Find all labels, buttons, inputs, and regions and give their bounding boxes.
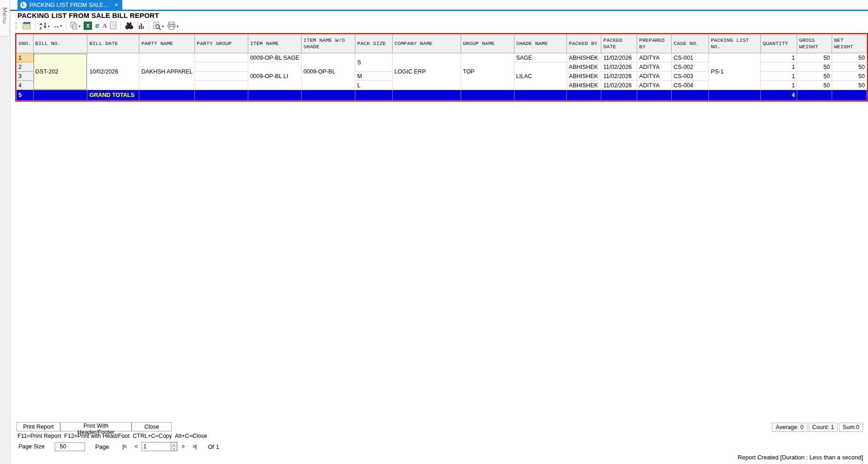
cell-case-no[interactable]: CS-004: [672, 81, 709, 90]
cell-quantity[interactable]: 1: [761, 72, 797, 81]
cell-case-no[interactable]: CS-001: [672, 53, 709, 62]
cell-packed-date[interactable]: 11/02/2026: [601, 81, 637, 90]
cell-net-weight[interactable]: 50: [832, 62, 867, 72]
cell-party-group[interactable]: [195, 81, 248, 90]
previous-page-icon[interactable]: <: [135, 443, 137, 450]
cell-bill-no[interactable]: GST-202: [33, 53, 87, 90]
column-header-packed-date[interactable]: PACKED DATE: [601, 34, 637, 53]
cell-net-weight[interactable]: 50: [832, 81, 867, 90]
cell-packed-date[interactable]: 11/02/2026: [601, 72, 637, 81]
spinner-up-icon[interactable]: ▴: [171, 442, 177, 447]
cell-prepared-by[interactable]: ADITYA: [637, 53, 672, 62]
row-header-4[interactable]: 4: [17, 81, 34, 90]
cell-packed-by[interactable]: ABHISHEK: [567, 62, 601, 72]
cell-shade-name[interactable]: LILAC: [514, 62, 567, 90]
cell-prepared-by[interactable]: ADITYA: [637, 72, 672, 81]
cell-party-group[interactable]: [195, 62, 248, 72]
column-header-quantity[interactable]: QUANTITY: [761, 34, 797, 53]
cell-case-no[interactable]: CS-002: [672, 62, 709, 72]
column-header-prepared-by[interactable]: PREPARED BY: [637, 34, 672, 53]
row-header-1[interactable]: 1: [17, 53, 34, 62]
spinner-down-icon[interactable]: ▾: [171, 447, 177, 451]
cell-quantity[interactable]: 1: [761, 81, 797, 90]
chart-icon[interactable]: [136, 21, 146, 31]
cell-group-name[interactable]: TOP: [461, 53, 514, 90]
column-header-item-name[interactable]: ITEM NAME: [248, 34, 301, 53]
cell-case-no[interactable]: CS-003: [672, 72, 709, 81]
cell-packed-date[interactable]: 11/02/2026: [601, 62, 637, 72]
cell-pack-size[interactable]: S: [355, 53, 393, 72]
cell-bill-date[interactable]: 10/02/2026: [87, 53, 139, 90]
cell-quantity[interactable]: 1: [761, 53, 797, 62]
cell-prepared-by[interactable]: ADITYA: [637, 62, 672, 72]
toolbar-grip[interactable]: [16, 22, 18, 29]
cell-net-weight[interactable]: 50: [832, 72, 867, 81]
print-icon[interactable]: ▾: [166, 21, 179, 31]
cell-packed-by[interactable]: ABHISHEK: [567, 53, 601, 62]
sort-icon[interactable]: AZ ▾: [38, 21, 51, 31]
export-pdf-icon[interactable]: A: [102, 21, 108, 30]
column-header-shade-name[interactable]: SHADE NAME: [514, 34, 567, 53]
grand-totals-label: GRAND TOTALS: [87, 90, 139, 101]
column-header-packed-by[interactable]: PACKED BY: [567, 34, 601, 53]
cell-item-name-wo-shade[interactable]: 0009-OP-BL: [302, 53, 355, 90]
tab-packing-list[interactable]: L PACKING LIST FROM SALE... ×: [17, 0, 122, 10]
form-view-icon[interactable]: [22, 21, 32, 31]
menu-panel-tab[interactable]: Menu: [0, 0, 10, 36]
column-header-case-no[interactable]: CASE NO.: [672, 34, 709, 53]
cell-gross-weight[interactable]: 50: [797, 81, 832, 90]
find-icon[interactable]: [124, 21, 135, 31]
copy-icon[interactable]: ▾: [69, 21, 81, 31]
cell-prepared-by[interactable]: ADITYA: [637, 81, 672, 90]
export-excel-icon[interactable]: X: [83, 21, 93, 31]
column-header-party-name[interactable]: PARTY NAME: [139, 34, 195, 53]
cell-gross-weight[interactable]: 50: [797, 53, 832, 62]
page-number-input[interactable]: [142, 442, 171, 451]
first-page-icon[interactable]: |<: [122, 443, 126, 450]
column-header-pack-size[interactable]: PACK SIZE: [355, 34, 393, 53]
cell-shade-name[interactable]: SAGE: [514, 53, 567, 62]
export-html-icon[interactable]: e: [94, 21, 100, 30]
last-page-icon[interactable]: >|: [193, 443, 196, 450]
cell-packing-list-no[interactable]: PS-1: [709, 53, 761, 90]
row-header-5[interactable]: 5: [17, 90, 34, 101]
cell-party-group[interactable]: [195, 53, 248, 62]
cell-packed-date[interactable]: 11/02/2026: [601, 53, 637, 62]
cell-item-name[interactable]: 0009-OP-BL LI: [248, 62, 301, 90]
column-header-net-weight[interactable]: NET WEIGHT: [832, 34, 867, 53]
column-width-icon[interactable]: ↔ ▾: [52, 21, 63, 30]
row-header-2[interactable]: 2: [17, 62, 34, 72]
column-header-gross-weight[interactable]: GROSS WEIGHT: [797, 34, 832, 53]
print-with-header-footer-button[interactable]: Print With Header/Footer: [60, 422, 131, 431]
column-header-item-name-wo-shade[interactable]: ITEM NAME W/O SHADE: [302, 34, 355, 53]
cell-company-name[interactable]: LOGIC ERP: [392, 53, 461, 90]
column-header-group-name[interactable]: GROUP NAME: [461, 34, 514, 53]
cell-quantity[interactable]: 1: [761, 62, 797, 72]
column-header-bill-date[interactable]: BILL DATE: [87, 34, 139, 53]
column-header-sno[interactable]: SNO.: [17, 34, 34, 53]
close-button[interactable]: Close: [131, 422, 172, 431]
print-preview-icon[interactable]: ▾: [152, 21, 165, 31]
cell-net-weight[interactable]: 50: [832, 53, 867, 62]
column-header-company-name[interactable]: COMPANY NAME: [392, 34, 461, 53]
cell-item-name[interactable]: 0009-OP-BL SAGE: [248, 53, 301, 62]
cell-pack-size[interactable]: M: [355, 72, 393, 81]
pager-bar: Page Size Page |< < ▴ ▾ > >| Of 1: [18, 442, 219, 451]
print-report-button[interactable]: Print Report: [17, 422, 60, 431]
document-icon[interactable]: [109, 21, 118, 31]
cell-gross-weight[interactable]: 50: [797, 62, 832, 72]
next-page-icon[interactable]: >: [182, 443, 184, 450]
column-header-bill-no[interactable]: BILL NO.: [33, 34, 87, 53]
cell-party-name[interactable]: DAKHSH APPAREL: [139, 53, 195, 90]
cell-party-group[interactable]: [195, 72, 248, 81]
cell-pack-size[interactable]: L: [355, 81, 393, 90]
cell-packed-by[interactable]: ABHISHEK: [567, 81, 601, 90]
cell-gross-weight[interactable]: 50: [797, 72, 832, 81]
svg-text:Z: Z: [40, 26, 42, 30]
row-header-3[interactable]: 3: [17, 72, 34, 81]
page-size-input[interactable]: [55, 442, 85, 451]
column-header-packing-list-no[interactable]: PACKING LIST NO.: [709, 34, 761, 53]
cell-packed-by[interactable]: ABHISHEK: [567, 72, 601, 81]
close-icon[interactable]: ×: [114, 2, 118, 8]
column-header-party-group[interactable]: PARTY GROUP: [195, 34, 248, 53]
